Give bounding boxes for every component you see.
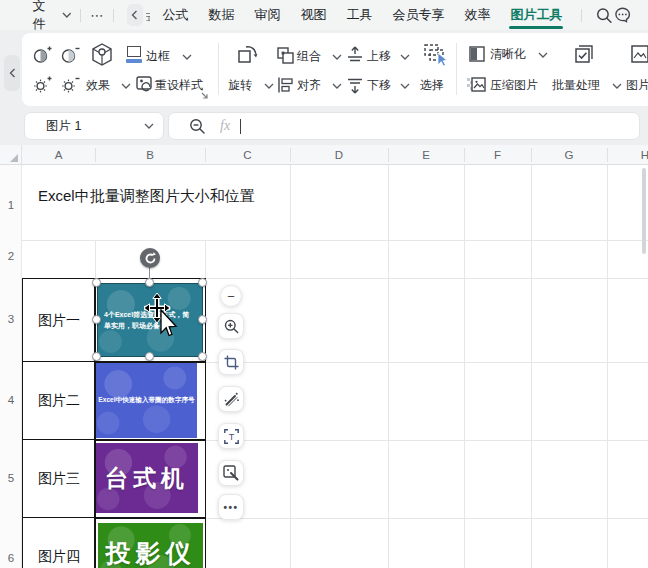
- tab-tools[interactable]: 工具: [336, 0, 382, 30]
- column-header-c[interactable]: C: [205, 145, 290, 165]
- row-header-4[interactable]: 4: [0, 394, 22, 406]
- contrast-decrease-icon[interactable]: [60, 45, 80, 65]
- rotate-icon[interactable]: [236, 43, 260, 67]
- cell-a6[interactable]: 图片四: [22, 517, 96, 568]
- resize-handle-nw[interactable]: [92, 278, 101, 287]
- hamburger-icon[interactable]: [11, 0, 24, 30]
- cell-a1-title[interactable]: Excel中批量调整图片大小和位置: [38, 187, 255, 206]
- chevron-down-icon[interactable]: [182, 54, 192, 60]
- effects-button[interactable]: 效果: [86, 77, 110, 93]
- picture-tool-icon[interactable]: [630, 44, 648, 64]
- align-icon[interactable]: [276, 76, 294, 94]
- rotate-handle[interactable]: [140, 248, 160, 268]
- crop-button[interactable]: [218, 349, 244, 375]
- dialog-launcher-icon[interactable]: [200, 91, 209, 100]
- select-button[interactable]: 选择: [420, 77, 444, 93]
- column-header-h[interactable]: H: [607, 145, 648, 165]
- zoom-out-icon[interactable]: [189, 118, 206, 135]
- row-header-2[interactable]: 2: [0, 250, 22, 262]
- resize-handle-n[interactable]: [145, 278, 154, 287]
- batch-process-button[interactable]: 批量处理: [552, 77, 600, 93]
- ribbon-collapse-button[interactable]: [4, 55, 20, 91]
- zoom-preview-button[interactable]: [218, 313, 244, 339]
- select-all-corner[interactable]: [0, 145, 22, 165]
- group-button[interactable]: 组合: [297, 48, 321, 64]
- collapse-toolbar-button[interactable]: −: [220, 285, 242, 307]
- chevron-down-icon[interactable]: [62, 12, 72, 18]
- bring-forward-icon[interactable]: [346, 46, 364, 64]
- resize-handle-se[interactable]: [198, 352, 207, 361]
- row-header-1[interactable]: 1: [0, 199, 22, 211]
- beautify-button[interactable]: [218, 386, 244, 412]
- clarity-icon[interactable]: [468, 45, 486, 63]
- tab-efficiency[interactable]: 效率: [454, 0, 500, 30]
- tab-membership[interactable]: 会员专享: [382, 0, 454, 30]
- batch-process-icon[interactable]: [573, 43, 595, 65]
- tab-data[interactable]: 数据: [198, 0, 244, 30]
- send-backward-icon[interactable]: [346, 76, 364, 94]
- more-tools-button[interactable]: •••: [218, 494, 244, 520]
- move-down-button[interactable]: 下移: [367, 77, 391, 93]
- chevron-down-icon[interactable]: [144, 123, 154, 129]
- rotate-button[interactable]: 旋转: [228, 77, 252, 93]
- resize-handle-w[interactable]: [92, 315, 101, 324]
- reset-style-icon[interactable]: [136, 75, 154, 93]
- cell-a4[interactable]: 图片二: [22, 361, 96, 441]
- column-header-b[interactable]: B: [95, 145, 205, 165]
- extract-text-button[interactable]: T: [218, 423, 244, 449]
- move-up-button[interactable]: 上移: [367, 48, 391, 64]
- tab-view[interactable]: 视图: [290, 0, 336, 30]
- chevron-down-icon[interactable]: [400, 54, 410, 60]
- chevron-down-icon[interactable]: [538, 52, 548, 58]
- search-icon[interactable]: [596, 7, 612, 24]
- picture-2[interactable]: Excel中快速输入带圈的数字序号: [96, 363, 197, 438]
- brightness-increase-icon[interactable]: [32, 75, 52, 95]
- tab-review[interactable]: 审阅: [244, 0, 290, 30]
- vertical-scrollbar-thumb[interactable]: [642, 168, 646, 254]
- compress-picture-icon[interactable]: [466, 76, 486, 93]
- chevron-down-icon[interactable]: [332, 83, 342, 89]
- picture-button[interactable]: 图片: [626, 77, 648, 93]
- brightness-decrease-icon[interactable]: [60, 75, 80, 95]
- more-menus-button[interactable]: ⋯: [90, 0, 104, 30]
- resize-handle-sw[interactable]: [92, 352, 101, 361]
- name-box[interactable]: 图片 1: [24, 112, 164, 140]
- tab-scroll-left-button[interactable]: [127, 4, 142, 26]
- chevron-down-icon[interactable]: [400, 83, 410, 89]
- file-menu[interactable]: 文件: [33, 0, 58, 30]
- row-header-3[interactable]: 3: [0, 313, 22, 325]
- clarity-button[interactable]: 清晰化: [490, 46, 526, 62]
- contrast-increase-icon[interactable]: [32, 45, 52, 65]
- chevron-down-icon[interactable]: [121, 83, 131, 89]
- column-header-g[interactable]: G: [531, 145, 607, 165]
- effect-3d-icon[interactable]: [90, 42, 114, 67]
- cell-a3[interactable]: 图片一: [22, 278, 96, 363]
- chevron-down-icon[interactable]: [612, 83, 622, 89]
- chevron-down-icon[interactable]: [264, 83, 274, 89]
- row-header-6[interactable]: 6: [0, 552, 22, 564]
- column-header-a[interactable]: A: [22, 145, 95, 165]
- picture-4[interactable]: 投影仪: [98, 523, 203, 568]
- formula-input[interactable]: fx: [168, 112, 640, 140]
- tab-picture-tools[interactable]: 图片工具: [500, 0, 572, 30]
- matting-button[interactable]: [218, 460, 244, 486]
- group-objects-icon[interactable]: [276, 46, 294, 64]
- resize-handle-e[interactable]: [198, 315, 207, 324]
- align-button[interactable]: 对齐: [297, 77, 321, 93]
- column-header-e[interactable]: E: [388, 145, 464, 165]
- column-header-d[interactable]: D: [290, 145, 388, 165]
- row-header-5[interactable]: 5: [0, 472, 22, 484]
- select-objects-icon[interactable]: [422, 42, 448, 68]
- picture-3[interactable]: 台式机: [96, 443, 198, 513]
- reset-style-button[interactable]: 重设样式: [155, 77, 203, 93]
- border-button[interactable]: 边框: [146, 48, 170, 64]
- border-icon[interactable]: [126, 46, 142, 63]
- column-header-f[interactable]: F: [464, 145, 531, 165]
- compress-picture-button[interactable]: 压缩图片: [490, 77, 538, 93]
- chevron-down-icon[interactable]: [332, 54, 342, 60]
- tab-formulas[interactable]: 公式: [152, 0, 198, 30]
- resize-handle-ne[interactable]: [198, 278, 207, 287]
- resize-handle-s[interactable]: [145, 352, 154, 361]
- cell-a5[interactable]: 图片三: [22, 439, 96, 519]
- cloud-account-icon[interactable]: [613, 6, 632, 24]
